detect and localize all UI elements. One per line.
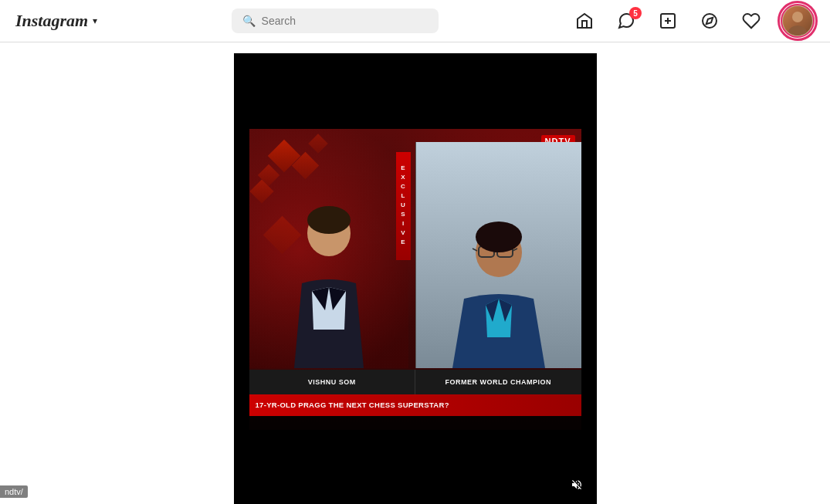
avatar-image (783, 6, 812, 36)
anchor-left-figure (267, 191, 391, 368)
video-inner: NDTV EXCLUSIVE (249, 129, 581, 430)
headline-text: 17-YR-OLD PRAGG THE NEXT CHESS SUPERSTAR… (256, 401, 449, 409)
anchor-name: VISHNU SOM (308, 378, 356, 386)
notifications-button[interactable] (739, 8, 764, 33)
anchor-right-area (415, 142, 581, 368)
svg-point-3 (703, 14, 717, 28)
explore-icon (700, 12, 719, 30)
create-icon (659, 12, 677, 30)
guest-title: FORMER WORLD CHAMPION (445, 378, 552, 386)
logo-chevron-icon: ▾ (93, 15, 97, 26)
explore-button[interactable] (697, 8, 722, 33)
main-content: NDTV EXCLUSIVE (0, 42, 830, 504)
guest-title-area: FORMER WORLD CHAMPION (415, 370, 581, 394)
anchor-name-area: VISHNU SOM (249, 370, 416, 394)
logo-button[interactable]: Instagram ▾ (15, 11, 97, 31)
svg-point-5 (792, 12, 803, 22)
nav-bar: Instagram ▾ 🔍 5 (0, 0, 830, 42)
svg-point-15 (476, 222, 522, 252)
svg-marker-4 (706, 18, 713, 24)
exclusive-text: EXCLUSIVE (400, 164, 407, 248)
exclusive-banner: EXCLUSIVE (396, 152, 411, 260)
mute-icon (571, 479, 583, 491)
nav-icons-group: 5 (572, 4, 815, 38)
logo-text: Instagram (15, 11, 88, 31)
video-container: NDTV EXCLUSIVE (234, 53, 597, 504)
broadcast-bottom: VISHNU SOM FORMER WORLD CHAMPION 17-YR-O… (249, 370, 581, 430)
profile-button[interactable] (781, 4, 815, 38)
broadcast-frame: NDTV EXCLUSIVE (249, 129, 581, 430)
guest-figure (429, 198, 568, 368)
mute-button[interactable] (564, 472, 589, 497)
home-icon (575, 12, 594, 30)
search-input[interactable] (262, 15, 428, 27)
messages-button[interactable]: 5 (614, 8, 639, 33)
name-bar: VISHNU SOM FORMER WORLD CHAMPION (249, 370, 581, 394)
avatar (783, 6, 812, 36)
search-bar[interactable]: 🔍 (232, 8, 439, 33)
watermark: ndtv/ (0, 485, 28, 498)
home-button[interactable] (572, 8, 597, 33)
post-card: NDTV EXCLUSIVE (234, 53, 597, 504)
anchor-left-area (249, 142, 408, 368)
heart-icon (742, 12, 761, 30)
messages-badge: 5 (629, 7, 642, 19)
search-icon: 🔍 (242, 15, 256, 27)
svg-point-8 (307, 206, 351, 234)
svg-point-6 (788, 25, 807, 36)
create-button[interactable] (656, 8, 680, 33)
headline-bar: 17-YR-OLD PRAGG THE NEXT CHESS SUPERSTAR… (249, 394, 581, 416)
